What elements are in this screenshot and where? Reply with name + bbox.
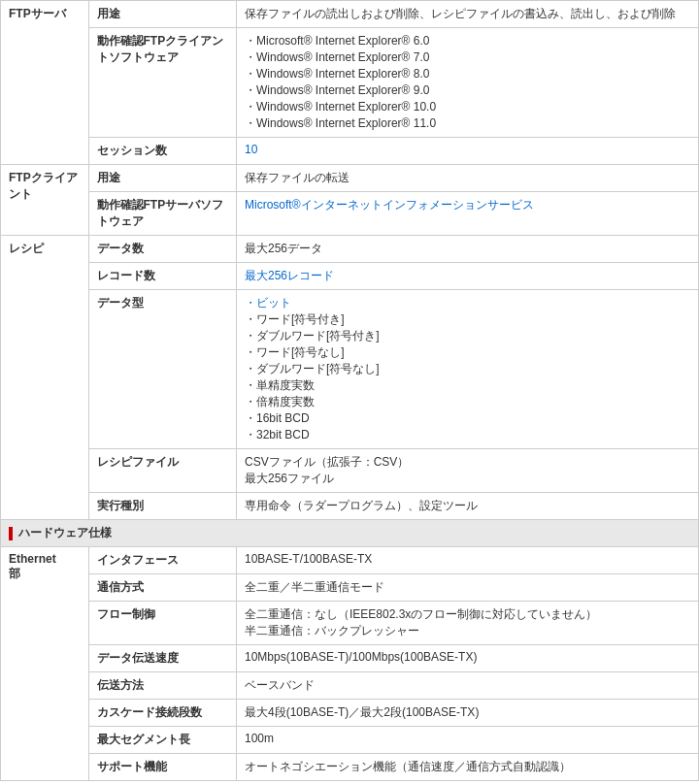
ethernet-speed-label: データ伝送速度 — [88, 645, 236, 672]
ftp-client-software-label: 動作確認FTPサーバソフトウェア — [88, 192, 236, 236]
ftp-server-section: FTPサーバ 用途 保存ファイルの読出しおよび削除、レシピファイルの書込み、読出… — [1, 1, 699, 165]
ethernet-segment-value: 100m — [236, 727, 698, 754]
hardware-header-section: ハードウェア仕様 — [1, 520, 699, 547]
recipe-data-count-label: データ数 — [88, 236, 236, 263]
recipe-file-value: CSVファイル（拡張子：CSV） 最大256ファイル — [236, 449, 698, 493]
ethernet-row-3: フロー制御 全二重通信：なし（IEEE802.3xのフロー制御に対応していません… — [1, 602, 699, 645]
ethernet-method-value: ベースバンド — [236, 672, 698, 700]
ethernet-row-7: 最大セグメント長 100m — [1, 727, 699, 754]
ftp-client-label: FTPクライアント — [1, 165, 89, 236]
ethernet-flow-value: 全二重通信：なし（IEEE802.3xのフロー制御に対応していません） 半二重通… — [236, 602, 698, 645]
recipe-data-type-label: データ型 — [88, 290, 236, 449]
recipe-record-count-label: レコード数 — [88, 263, 236, 290]
ethernet-comm-label: 通信方式 — [88, 574, 236, 602]
ethernet-label: Ethernet部 — [1, 547, 89, 781]
recipe-row-2: レコード数 最大256レコード — [1, 263, 699, 290]
ftp-client-row-2: 動作確認FTPサーバソフトウェア Microsoft®インターネットインフォメー… — [1, 192, 699, 236]
ethernet-interface-label: インタフェース — [88, 547, 236, 574]
ftp-server-usage-label: 用途 — [88, 1, 236, 28]
ethernet-cascade-value: 最大4段(10BASE-T)／最大2段(100BASE-TX) — [236, 700, 698, 727]
red-bar-icon — [9, 527, 13, 540]
hardware-header-label: ハードウェア仕様 — [18, 525, 112, 541]
recipe-row-5: 実行種別 専用命令（ラダープログラム）、設定ツール — [1, 493, 699, 520]
ftp-client-usage-value: 保存ファイルの転送 — [236, 165, 698, 192]
hardware-header-cell: ハードウェア仕様 — [1, 520, 699, 547]
recipe-file-label: レシピファイル — [88, 449, 236, 493]
ftp-client-section: FTPクライアント 用途 保存ファイルの転送 動作確認FTPサーバソフトウェア … — [1, 165, 699, 236]
ethernet-section: Ethernet部 インタフェース 10BASE-T/100BASE-TX 通信… — [1, 547, 699, 781]
recipe-exec-label: 実行種別 — [88, 493, 236, 520]
ethernet-support-label: サポート機能 — [88, 754, 236, 781]
ftp-server-software-label: 動作確認FTPクライアントソフトウェア — [88, 28, 236, 138]
ethernet-comm-value: 全二重／半二重通信モード — [236, 574, 698, 602]
ftp-server-usage-value: 保存ファイルの読出しおよび削除、レシピファイルの書込み、読出し、および削除 — [236, 1, 698, 28]
ftp-server-session-value: 10 — [236, 138, 698, 165]
ethernet-row-2: 通信方式 全二重／半二重通信モード — [1, 574, 699, 602]
ethernet-support-value: オートネゴシエーション機能（通信速度／通信方式自動認識） — [236, 754, 698, 781]
ethernet-row-4: データ伝送速度 10Mbps(10BASE-T)/100Mbps(100BASE… — [1, 645, 699, 672]
recipe-row-4: レシピファイル CSVファイル（拡張子：CSV） 最大256ファイル — [1, 449, 699, 493]
ethernet-segment-label: 最大セグメント長 — [88, 727, 236, 754]
ftp-server-software-value: ・Microsoft® Internet Explorer® 6.0 ・Wind… — [236, 28, 698, 138]
recipe-row-1: レシピ データ数 最大256データ — [1, 236, 699, 263]
recipe-data-type-value: ・ビット ・ワード[符号付き] ・ダブルワード[符号付き] ・ワード[符号なし]… — [236, 290, 698, 449]
hardware-header-row: ハードウェア仕様 — [1, 520, 699, 547]
ethernet-method-label: 伝送方法 — [88, 672, 236, 700]
ftp-server-label: FTPサーバ — [1, 1, 89, 165]
ethernet-cascade-label: カスケード接続段数 — [88, 700, 236, 727]
recipe-label: レシピ — [1, 236, 89, 520]
recipe-exec-value: 専用命令（ラダープログラム）、設定ツール — [236, 493, 698, 520]
ftp-client-usage-label: 用途 — [88, 165, 236, 192]
ftp-server-row-1: FTPサーバ 用途 保存ファイルの読出しおよび削除、レシピファイルの書込み、読出… — [1, 1, 699, 28]
recipe-record-count-value: 最大256レコード — [236, 263, 698, 290]
ftp-server-row-2: 動作確認FTPクライアントソフトウェア ・Microsoft® Internet… — [1, 28, 699, 138]
ethernet-interface-value: 10BASE-T/100BASE-TX — [236, 547, 698, 574]
ftp-client-software-value: Microsoft®インターネットインフォメーションサービス — [236, 192, 698, 236]
recipe-data-count-value: 最大256データ — [236, 236, 698, 263]
recipe-section: レシピ データ数 最大256データ レコード数 最大256レコード データ型 ・… — [1, 236, 699, 520]
ethernet-row-8: サポート機能 オートネゴシエーション機能（通信速度／通信方式自動認識） — [1, 754, 699, 781]
ethernet-row-6: カスケード接続段数 最大4段(10BASE-T)／最大2段(100BASE-TX… — [1, 700, 699, 727]
ftp-client-row-1: FTPクライアント 用途 保存ファイルの転送 — [1, 165, 699, 192]
ethernet-speed-value: 10Mbps(10BASE-T)/100Mbps(100BASE-TX) — [236, 645, 698, 672]
ethernet-flow-label: フロー制御 — [88, 602, 236, 645]
ftp-server-session-label: セッション数 — [88, 138, 236, 165]
ftp-server-row-3: セッション数 10 — [1, 138, 699, 165]
recipe-row-3: データ型 ・ビット ・ワード[符号付き] ・ダブルワード[符号付き] ・ワード[… — [1, 290, 699, 449]
ethernet-row-1: Ethernet部 インタフェース 10BASE-T/100BASE-TX — [1, 547, 699, 574]
specs-table: FTPサーバ 用途 保存ファイルの読出しおよび削除、レシピファイルの書込み、読出… — [0, 0, 699, 781]
ethernet-row-5: 伝送方法 ベースバンド — [1, 672, 699, 700]
